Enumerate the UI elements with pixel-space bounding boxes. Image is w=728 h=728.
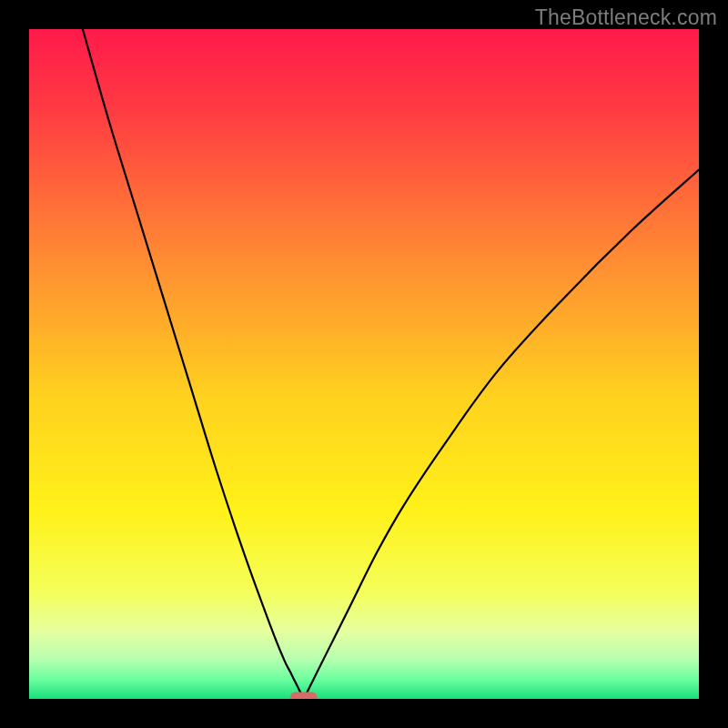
chart-frame: TheBottleneck.com	[0, 0, 728, 728]
watermark-text: TheBottleneck.com	[535, 5, 717, 30]
minimum-marker	[290, 693, 318, 700]
plot-area	[29, 29, 699, 699]
chart-curve	[29, 29, 699, 699]
curve-right-branch	[304, 170, 699, 699]
curve-left-branch	[83, 29, 304, 699]
